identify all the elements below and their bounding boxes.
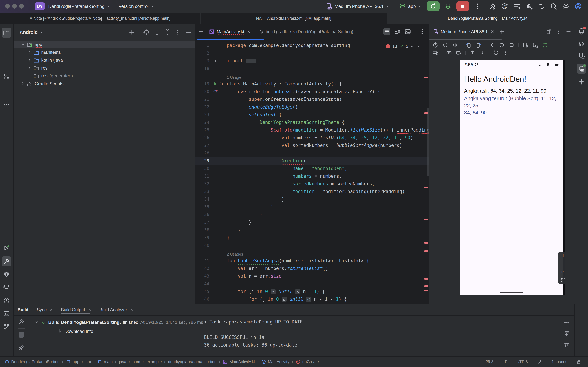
code-line-36[interactable]: 36 } bbox=[195, 211, 429, 218]
open-in-window-icon[interactable] bbox=[546, 29, 552, 35]
line-ending[interactable]: LF bbox=[503, 359, 507, 364]
emulator-screen[interactable]: 2:59 Hello AndroidDen! Angka asli: 64, 3… bbox=[460, 60, 565, 295]
add-icon[interactable] bbox=[129, 29, 135, 36]
build-panel-title[interactable]: Build bbox=[17, 307, 28, 312]
code-line-19[interactable]: 19class MainActivity : ComponentActivity… bbox=[195, 80, 429, 88]
inspections-pen-icon[interactable] bbox=[537, 359, 542, 364]
code-line-3[interactable]: 3import ... bbox=[195, 57, 429, 65]
upload-device-button[interactable] bbox=[469, 50, 476, 56]
prev-error-icon[interactable] bbox=[410, 44, 415, 49]
device-tab[interactable]: Medium Phone API 36.1 bbox=[432, 29, 495, 35]
zoom-in-button[interactable]: + bbox=[562, 253, 565, 258]
code-area[interactable]: 1package com.example.dendiyogiapratama_s… bbox=[195, 42, 429, 303]
window-tab-nai[interactable]: NAI – AndroidManifest.xml [NAI.app.main] bbox=[200, 13, 387, 24]
logcat-tool-button[interactable] bbox=[1, 283, 11, 292]
profiler-button[interactable]: A bbox=[501, 2, 509, 10]
editor-tab-mainactivity[interactable]: MainActivity.kt bbox=[206, 24, 254, 39]
rotl-device-button[interactable] bbox=[466, 42, 472, 48]
run-configuration[interactable]: app bbox=[399, 2, 422, 10]
search-everywhere-button[interactable] bbox=[550, 2, 558, 10]
file-encoding[interactable]: UTF-8 bbox=[516, 359, 528, 364]
window-tab-ainote[interactable]: AINote [~/AndroidStudioProjects/AINote] … bbox=[0, 13, 200, 24]
project-tool-button[interactable] bbox=[1, 28, 11, 38]
code-vision-usages[interactable]: 1 Usage bbox=[227, 75, 241, 80]
code-line-29[interactable]: 29 Greeting( bbox=[195, 157, 429, 165]
breadcrumb-main[interactable]: main bbox=[97, 359, 113, 364]
download-device-button[interactable] bbox=[479, 50, 485, 56]
code-line-32[interactable]: 32 sortedNumbers = sortedNumbers, bbox=[195, 180, 429, 188]
code-line-27[interactable]: 27 val sortedNumbers = bubbleSortAngka(n… bbox=[195, 142, 429, 149]
code-line-31[interactable]: 31 numbers = numbers, bbox=[195, 172, 429, 180]
project-view-selector[interactable]: Android bbox=[20, 30, 43, 35]
caret-position[interactable]: 29:8 bbox=[486, 359, 493, 364]
code-line-30[interactable]: 30 name = "AndroidDen", bbox=[195, 165, 429, 172]
code-line-20[interactable]: 20 override fun onCreate(savedInstanceSt… bbox=[195, 88, 429, 95]
voldown-device-button[interactable] bbox=[452, 42, 458, 48]
problems-tool-button[interactable] bbox=[1, 296, 11, 306]
panel-options-icon[interactable] bbox=[556, 29, 562, 35]
gemini-tool-button[interactable] bbox=[1, 269, 11, 279]
running-devices-tool-button[interactable] bbox=[577, 64, 587, 74]
code-line-21[interactable]: 21 super.onCreate(savedInstanceState) bbox=[195, 95, 429, 103]
build-button[interactable] bbox=[489, 2, 496, 10]
run-tool-button[interactable] bbox=[1, 243, 11, 253]
notifications-tool-button[interactable] bbox=[577, 26, 587, 36]
error-stripe-mark[interactable] bbox=[424, 250, 428, 252]
build-console[interactable]: > Task :app:assembleDebug UP-TO-DATE BUI… bbox=[204, 316, 559, 356]
code-line-22[interactable]: 22 enableEdgeToEdge() bbox=[195, 103, 429, 111]
tab-sync[interactable]: Sync bbox=[37, 304, 53, 315]
zoom-fit-button[interactable] bbox=[561, 277, 566, 283]
back-device-button[interactable] bbox=[489, 42, 495, 48]
breadcrumb-dendiyogiapratama_sorting[interactable]: dendiyogiapratama_sorting bbox=[168, 359, 216, 364]
error-stripe-mark[interactable] bbox=[424, 76, 428, 78]
hide-panel-icon[interactable] bbox=[566, 29, 571, 35]
close-icon[interactable] bbox=[49, 308, 53, 312]
override-gutter-icon[interactable] bbox=[213, 89, 218, 94]
video-device-button[interactable] bbox=[456, 50, 462, 56]
close-icon[interactable] bbox=[87, 308, 92, 312]
build-hammer-icon[interactable] bbox=[18, 318, 25, 325]
tree-chevron-icon[interactable] bbox=[26, 65, 33, 71]
build-tool-button[interactable] bbox=[1, 256, 11, 266]
code-line-28[interactable]: 28 bbox=[195, 149, 429, 157]
breadcrumb-example[interactable]: example bbox=[147, 359, 162, 364]
camera-device-button[interactable] bbox=[446, 50, 452, 56]
list-view-icon[interactable] bbox=[383, 28, 390, 35]
power-device-button[interactable] bbox=[432, 42, 439, 48]
rotr-device-button[interactable] bbox=[475, 42, 482, 48]
zoom-reset-button[interactable]: 1:1 bbox=[561, 270, 566, 274]
gemini-assistant-tool-button[interactable] bbox=[577, 77, 587, 87]
code-line-24[interactable]: 24 DendiYogiaPratamaSortingTheme { bbox=[195, 118, 429, 126]
recents-device-button[interactable] bbox=[509, 42, 515, 48]
code-line-45[interactable]: 45 for (i in 0 ≤ until < n - 1) { bbox=[195, 288, 429, 295]
window-zoom-button[interactable] bbox=[19, 4, 24, 8]
reset-device-button[interactable] bbox=[493, 50, 499, 56]
project-selector[interactable]: DendiYogiaPratama-Sorting bbox=[48, 4, 111, 9]
code-vision-usages[interactable]: 2 Usages bbox=[227, 252, 243, 257]
hide-panel-icon[interactable] bbox=[185, 29, 192, 36]
window-close-button[interactable] bbox=[5, 4, 10, 8]
tree-chevron-icon[interactable] bbox=[20, 42, 26, 48]
editor-scrollbar[interactable] bbox=[427, 108, 429, 176]
code-line-18[interactable]: 18 bbox=[195, 65, 429, 72]
tree-chevron-icon[interactable] bbox=[26, 57, 33, 63]
tree-item-manifests[interactable]: manifests bbox=[14, 48, 195, 56]
more-tool-windows-tool-button[interactable] bbox=[1, 100, 11, 109]
kebab-device-button[interactable] bbox=[503, 50, 509, 56]
version-control-tool-button[interactable] bbox=[1, 322, 11, 332]
phonegear-device-button[interactable] bbox=[522, 42, 528, 48]
code-line-42[interactable]: 42 val arr = numbers.toMutableList() bbox=[195, 265, 429, 272]
tree-item-app[interactable]: app bbox=[14, 41, 195, 48]
code-line-44[interactable]: 44 bbox=[195, 280, 429, 288]
close-icon[interactable] bbox=[130, 308, 134, 312]
window-minimize-button[interactable] bbox=[12, 4, 17, 8]
error-stripe-mark[interactable] bbox=[424, 242, 428, 244]
code-line-25[interactable]: 25 Scaffold(modifier = Modifier.fillMaxS… bbox=[195, 126, 429, 134]
error-stripe-mark[interactable] bbox=[424, 219, 428, 220]
locate-file-icon[interactable] bbox=[143, 29, 150, 36]
code-line-2[interactable]: 2 bbox=[195, 49, 429, 57]
pin-icon[interactable] bbox=[18, 344, 25, 351]
horizontal-scrollbar[interactable] bbox=[429, 39, 502, 40]
tree-chevron-icon[interactable] bbox=[26, 50, 33, 55]
snapsearch-device-button[interactable] bbox=[532, 42, 538, 48]
